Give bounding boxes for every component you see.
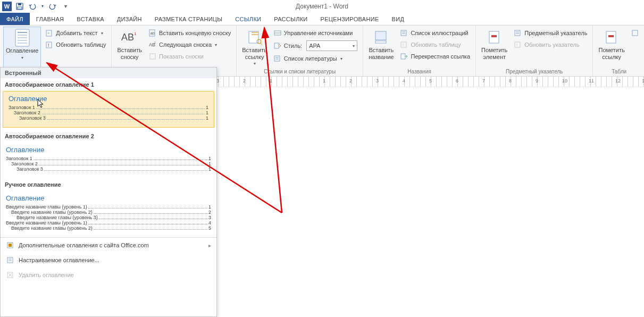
insert-endnote-label: Вставить концевую сноску	[159, 30, 231, 36]
dd-auto2-preview[interactable]: Оглавление Заголовок 11Заголовок 21Загол…	[1, 143, 216, 178]
svg-rect-30	[375, 41, 386, 43]
tab-layout[interactable]: РАЗМЕТКА СТРАНИЦЫ	[148, 13, 229, 25]
svg-text:1: 1	[154, 41, 156, 44]
tab-insert[interactable]: ВСТАВКА	[70, 13, 110, 25]
svg-rect-1	[18, 3, 21, 5]
next-footnote-button[interactable]: AB1 Следующая сноска ▾	[146, 39, 233, 50]
toc-line: Заголовок 31	[6, 166, 211, 172]
group-captions-label: Названия	[366, 68, 472, 76]
toc-dropdown: Встроенный Автособираемое оглавление 1 О…	[0, 67, 217, 317]
toc-icon	[14, 29, 31, 46]
svg-text:!: !	[48, 43, 49, 48]
style-icon	[273, 41, 282, 50]
toc-label: Оглавление	[6, 47, 38, 54]
quick-access-toolbar: W ▾ ▾	[0, 2, 70, 11]
toc-button[interactable]: Оглавление ▾	[3, 27, 41, 68]
horizontal-ruler[interactable]: 32112345678910111213141516	[218, 77, 644, 87]
tab-design[interactable]: ДИЗАЙН	[111, 13, 148, 25]
office-icon	[6, 241, 14, 249]
save-button[interactable]	[15, 2, 24, 11]
svg-rect-2	[18, 7, 22, 9]
index-icon	[514, 29, 522, 37]
svg-rect-25	[274, 43, 279, 48]
toc-line: Заголовок 11	[9, 105, 208, 110]
mark-citation-icon	[603, 29, 620, 46]
remove-toc-icon	[6, 271, 14, 279]
toc-line: Заголовок 11	[6, 156, 211, 161]
update-toc-button[interactable]: ! Обновить таблицу	[43, 39, 108, 50]
tab-home[interactable]: ГЛАВНАЯ	[30, 13, 71, 25]
toc-line: Введите название главы (уровень 1)4	[6, 220, 211, 226]
undo-button[interactable]	[28, 2, 37, 11]
dd-more-office[interactable]: Дополнительные оглавления с сайта Office…	[1, 238, 216, 253]
caption-icon	[373, 29, 390, 46]
undo-dropdown[interactable]: ▾	[40, 2, 45, 11]
citation-style-row: Стиль: APA ▾	[271, 39, 359, 52]
manage-sources-icon	[273, 29, 282, 37]
toc-title: Оглавление	[6, 146, 211, 154]
svg-rect-19	[150, 54, 155, 59]
citation-style-select[interactable]: APA ▾	[306, 40, 357, 51]
list-figures-label: Список иллюстраций	[411, 30, 468, 36]
tab-view[interactable]: ВИД	[386, 13, 411, 25]
group-citations: Вставить ссылку ▾ Управление источниками…	[237, 26, 363, 76]
dd-manual-preview[interactable]: Оглавление Введите название главы (урове…	[1, 191, 216, 237]
toc-title: Оглавление	[6, 194, 211, 202]
svg-rect-48	[9, 244, 12, 247]
svg-rect-46	[632, 30, 638, 36]
insert-caption-button[interactable]: Вставить название	[366, 27, 396, 68]
tab-file[interactable]: ФАЙЛ	[0, 13, 30, 25]
bibliography-label: Список литературы	[284, 55, 337, 62]
svg-text:!: !	[403, 43, 404, 47]
mark-entry-button[interactable]: Пометить элемент	[479, 27, 509, 68]
tab-references[interactable]: ССЫЛКИ	[229, 13, 267, 25]
manage-sources-label: Управление источниками	[284, 30, 353, 36]
tab-mailings[interactable]: РАССЫЛКИ	[267, 13, 314, 25]
svg-text:+: +	[47, 31, 49, 35]
update-captions-icon: !	[400, 40, 408, 49]
ribbon-tabs: ФАЙЛ ГЛАВНАЯ ВСТАВКА ДИЗАЙН РАЗМЕТКА СТР…	[0, 13, 644, 26]
dd-custom-toc[interactable]: Настраиваемое оглавление...	[1, 253, 216, 268]
mark-entry-label: Пометить элемент	[481, 47, 507, 60]
insert-index-label: Предметный указатель	[524, 30, 587, 36]
dd-auto1-header: Автособираемое оглавление 1	[1, 78, 216, 91]
bibliography-button[interactable]: Список литературы ▾	[271, 53, 359, 64]
update-icon: !	[45, 40, 54, 49]
svg-rect-39	[515, 30, 520, 36]
list-icon	[631, 29, 640, 37]
update-index-button[interactable]: ! Обновить указатель	[512, 39, 589, 50]
svg-rect-45	[608, 35, 614, 37]
tab-review[interactable]: РЕЦЕНЗИРОВАНИЕ	[314, 13, 386, 25]
style-value: APA	[309, 43, 320, 49]
update-captions-button[interactable]: ! Обновить таблицу	[398, 39, 472, 50]
mark-citation-label: Пометить ссылку	[598, 47, 624, 60]
next-footnote-icon: AB1	[148, 40, 157, 49]
toc-line: Заголовок 21	[9, 110, 208, 115]
group-captions: Вставить название Список иллюстраций ! О…	[363, 26, 476, 76]
group-index: Пометить элемент Предметный указатель ! …	[476, 26, 593, 76]
chevron-right-icon: ▸	[208, 243, 211, 248]
mark-citation-button[interactable]: Пометить ссылку	[596, 27, 626, 68]
group-authorities-label: Табли	[596, 68, 641, 76]
insert-index-button[interactable]: Предметный указатель	[512, 28, 589, 38]
list-figures-button[interactable]: Список иллюстраций	[398, 28, 472, 38]
update-index-icon: !	[514, 40, 522, 49]
redo-button[interactable]	[48, 2, 57, 11]
insert-citation-button[interactable]: Вставить ссылку ▾	[240, 27, 269, 68]
chevron-down-icon: ▾	[254, 61, 256, 66]
chevron-down-icon: ▾	[353, 44, 355, 48]
toc-line: Заголовок 31	[9, 115, 208, 121]
document-area[interactable]	[218, 87, 644, 317]
add-text-button[interactable]: + Добавить текст ▾	[43, 28, 108, 38]
show-footnotes-button[interactable]: Показать сноски	[146, 51, 233, 62]
qat-customize[interactable]: ▾	[61, 2, 70, 11]
authorities-extra[interactable]	[629, 28, 642, 38]
manage-sources-button[interactable]: Управление источниками	[271, 28, 359, 38]
insert-endnote-button[interactable]: ab Вставить концевую сноску	[146, 28, 233, 38]
dd-remove-toc: Удалить оглавление	[1, 268, 216, 282]
crossref-button[interactable]: Перекрестная ссылка	[398, 51, 472, 62]
dd-auto1-preview[interactable]: Оглавление Заголовок 11Заголовок 21Загол…	[3, 91, 214, 128]
show-notes-icon	[148, 52, 157, 61]
toc-title: Оглавление	[9, 95, 208, 103]
insert-footnote-button[interactable]: AB1 Вставить сноску	[115, 27, 144, 68]
